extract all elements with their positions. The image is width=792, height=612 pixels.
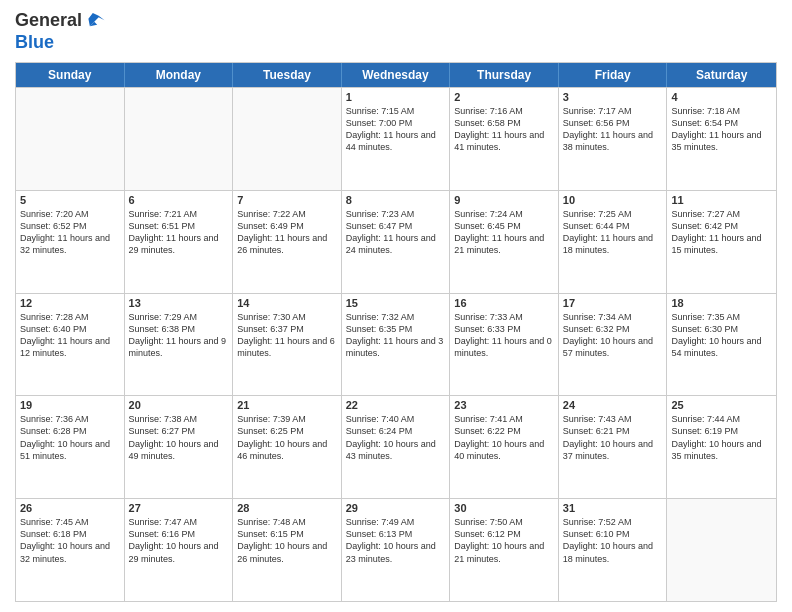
day-info: Sunrise: 7:35 AM Sunset: 6:30 PM Dayligh… xyxy=(671,311,772,360)
calendar-cell xyxy=(667,499,776,601)
calendar-cell: 4Sunrise: 7:18 AM Sunset: 6:54 PM Daylig… xyxy=(667,88,776,190)
day-info: Sunrise: 7:45 AM Sunset: 6:18 PM Dayligh… xyxy=(20,516,120,565)
day-info: Sunrise: 7:41 AM Sunset: 6:22 PM Dayligh… xyxy=(454,413,554,462)
calendar-cell: 12Sunrise: 7:28 AM Sunset: 6:40 PM Dayli… xyxy=(16,294,125,396)
day-number: 11 xyxy=(671,194,772,206)
weekday-header: Tuesday xyxy=(233,63,342,87)
calendar-cell: 3Sunrise: 7:17 AM Sunset: 6:56 PM Daylig… xyxy=(559,88,668,190)
day-info: Sunrise: 7:22 AM Sunset: 6:49 PM Dayligh… xyxy=(237,208,337,257)
calendar-cell xyxy=(125,88,234,190)
day-info: Sunrise: 7:28 AM Sunset: 6:40 PM Dayligh… xyxy=(20,311,120,360)
day-info: Sunrise: 7:49 AM Sunset: 6:13 PM Dayligh… xyxy=(346,516,446,565)
calendar-cell: 9Sunrise: 7:24 AM Sunset: 6:45 PM Daylig… xyxy=(450,191,559,293)
day-number: 10 xyxy=(563,194,663,206)
day-info: Sunrise: 7:20 AM Sunset: 6:52 PM Dayligh… xyxy=(20,208,120,257)
day-info: Sunrise: 7:21 AM Sunset: 6:51 PM Dayligh… xyxy=(129,208,229,257)
weekday-header: Saturday xyxy=(667,63,776,87)
day-info: Sunrise: 7:24 AM Sunset: 6:45 PM Dayligh… xyxy=(454,208,554,257)
day-info: Sunrise: 7:36 AM Sunset: 6:28 PM Dayligh… xyxy=(20,413,120,462)
day-number: 8 xyxy=(346,194,446,206)
calendar-cell: 17Sunrise: 7:34 AM Sunset: 6:32 PM Dayli… xyxy=(559,294,668,396)
day-number: 31 xyxy=(563,502,663,514)
calendar-cell: 26Sunrise: 7:45 AM Sunset: 6:18 PM Dayli… xyxy=(16,499,125,601)
day-number: 4 xyxy=(671,91,772,103)
calendar-cell: 29Sunrise: 7:49 AM Sunset: 6:13 PM Dayli… xyxy=(342,499,451,601)
day-number: 2 xyxy=(454,91,554,103)
calendar-cell: 5Sunrise: 7:20 AM Sunset: 6:52 PM Daylig… xyxy=(16,191,125,293)
calendar-cell: 15Sunrise: 7:32 AM Sunset: 6:35 PM Dayli… xyxy=(342,294,451,396)
logo-text: General xyxy=(15,10,106,32)
day-number: 24 xyxy=(563,399,663,411)
logo: General Blue xyxy=(15,10,106,54)
calendar-cell: 24Sunrise: 7:43 AM Sunset: 6:21 PM Dayli… xyxy=(559,396,668,498)
day-info: Sunrise: 7:38 AM Sunset: 6:27 PM Dayligh… xyxy=(129,413,229,462)
day-info: Sunrise: 7:44 AM Sunset: 6:19 PM Dayligh… xyxy=(671,413,772,462)
weekday-header: Wednesday xyxy=(342,63,451,87)
calendar-cell: 22Sunrise: 7:40 AM Sunset: 6:24 PM Dayli… xyxy=(342,396,451,498)
calendar-cell: 6Sunrise: 7:21 AM Sunset: 6:51 PM Daylig… xyxy=(125,191,234,293)
calendar: SundayMondayTuesdayWednesdayThursdayFrid… xyxy=(15,62,777,602)
calendar-cell: 1Sunrise: 7:15 AM Sunset: 7:00 PM Daylig… xyxy=(342,88,451,190)
calendar-row: 5Sunrise: 7:20 AM Sunset: 6:52 PM Daylig… xyxy=(16,190,776,293)
day-number: 22 xyxy=(346,399,446,411)
day-info: Sunrise: 7:48 AM Sunset: 6:15 PM Dayligh… xyxy=(237,516,337,565)
weekday-header: Friday xyxy=(559,63,668,87)
calendar-cell: 2Sunrise: 7:16 AM Sunset: 6:58 PM Daylig… xyxy=(450,88,559,190)
calendar-body: 1Sunrise: 7:15 AM Sunset: 7:00 PM Daylig… xyxy=(16,87,776,601)
day-number: 6 xyxy=(129,194,229,206)
day-info: Sunrise: 7:25 AM Sunset: 6:44 PM Dayligh… xyxy=(563,208,663,257)
day-info: Sunrise: 7:39 AM Sunset: 6:25 PM Dayligh… xyxy=(237,413,337,462)
day-number: 3 xyxy=(563,91,663,103)
calendar-row: 19Sunrise: 7:36 AM Sunset: 6:28 PM Dayli… xyxy=(16,395,776,498)
day-number: 15 xyxy=(346,297,446,309)
day-number: 27 xyxy=(129,502,229,514)
day-info: Sunrise: 7:52 AM Sunset: 6:10 PM Dayligh… xyxy=(563,516,663,565)
logo-bird-icon xyxy=(84,10,106,32)
calendar-cell: 21Sunrise: 7:39 AM Sunset: 6:25 PM Dayli… xyxy=(233,396,342,498)
day-number: 12 xyxy=(20,297,120,309)
weekday-header: Sunday xyxy=(16,63,125,87)
day-info: Sunrise: 7:33 AM Sunset: 6:33 PM Dayligh… xyxy=(454,311,554,360)
calendar-cell: 23Sunrise: 7:41 AM Sunset: 6:22 PM Dayli… xyxy=(450,396,559,498)
day-info: Sunrise: 7:29 AM Sunset: 6:38 PM Dayligh… xyxy=(129,311,229,360)
calendar-row: 12Sunrise: 7:28 AM Sunset: 6:40 PM Dayli… xyxy=(16,293,776,396)
calendar-cell xyxy=(233,88,342,190)
calendar-row: 26Sunrise: 7:45 AM Sunset: 6:18 PM Dayli… xyxy=(16,498,776,601)
day-number: 18 xyxy=(671,297,772,309)
calendar-cell: 25Sunrise: 7:44 AM Sunset: 6:19 PM Dayli… xyxy=(667,396,776,498)
calendar-cell: 20Sunrise: 7:38 AM Sunset: 6:27 PM Dayli… xyxy=(125,396,234,498)
logo-general: General xyxy=(15,10,82,30)
day-info: Sunrise: 7:18 AM Sunset: 6:54 PM Dayligh… xyxy=(671,105,772,154)
calendar-header: SundayMondayTuesdayWednesdayThursdayFrid… xyxy=(16,63,776,87)
day-number: 20 xyxy=(129,399,229,411)
calendar-cell: 28Sunrise: 7:48 AM Sunset: 6:15 PM Dayli… xyxy=(233,499,342,601)
day-number: 25 xyxy=(671,399,772,411)
day-info: Sunrise: 7:34 AM Sunset: 6:32 PM Dayligh… xyxy=(563,311,663,360)
calendar-cell: 14Sunrise: 7:30 AM Sunset: 6:37 PM Dayli… xyxy=(233,294,342,396)
day-info: Sunrise: 7:40 AM Sunset: 6:24 PM Dayligh… xyxy=(346,413,446,462)
day-number: 7 xyxy=(237,194,337,206)
weekday-header: Monday xyxy=(125,63,234,87)
day-info: Sunrise: 7:16 AM Sunset: 6:58 PM Dayligh… xyxy=(454,105,554,154)
day-number: 1 xyxy=(346,91,446,103)
day-number: 17 xyxy=(563,297,663,309)
calendar-row: 1Sunrise: 7:15 AM Sunset: 7:00 PM Daylig… xyxy=(16,87,776,190)
day-info: Sunrise: 7:50 AM Sunset: 6:12 PM Dayligh… xyxy=(454,516,554,565)
day-info: Sunrise: 7:23 AM Sunset: 6:47 PM Dayligh… xyxy=(346,208,446,257)
weekday-header: Thursday xyxy=(450,63,559,87)
day-number: 28 xyxy=(237,502,337,514)
calendar-cell: 7Sunrise: 7:22 AM Sunset: 6:49 PM Daylig… xyxy=(233,191,342,293)
day-number: 21 xyxy=(237,399,337,411)
calendar-cell: 8Sunrise: 7:23 AM Sunset: 6:47 PM Daylig… xyxy=(342,191,451,293)
day-info: Sunrise: 7:27 AM Sunset: 6:42 PM Dayligh… xyxy=(671,208,772,257)
page-header: General Blue xyxy=(15,10,777,54)
day-info: Sunrise: 7:32 AM Sunset: 6:35 PM Dayligh… xyxy=(346,311,446,360)
day-info: Sunrise: 7:17 AM Sunset: 6:56 PM Dayligh… xyxy=(563,105,663,154)
day-number: 16 xyxy=(454,297,554,309)
day-number: 5 xyxy=(20,194,120,206)
day-number: 29 xyxy=(346,502,446,514)
calendar-cell: 19Sunrise: 7:36 AM Sunset: 6:28 PM Dayli… xyxy=(16,396,125,498)
calendar-cell: 31Sunrise: 7:52 AM Sunset: 6:10 PM Dayli… xyxy=(559,499,668,601)
day-info: Sunrise: 7:43 AM Sunset: 6:21 PM Dayligh… xyxy=(563,413,663,462)
logo-blue: Blue xyxy=(15,32,106,54)
